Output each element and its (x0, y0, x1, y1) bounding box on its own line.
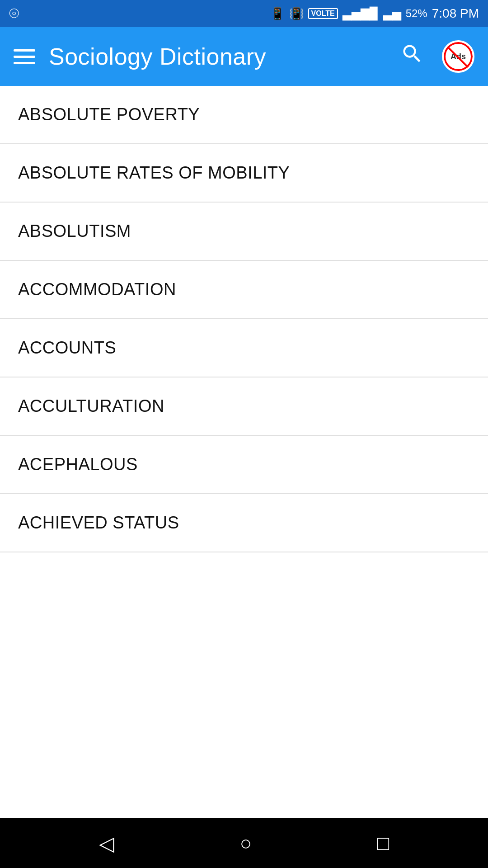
list-item[interactable]: ABSOLUTE RATES OF MOBILITY (0, 144, 488, 203)
phone-icon: 📱 (270, 7, 285, 21)
menu-line-1 (14, 49, 35, 52)
recent-apps-icon: □ (377, 832, 389, 854)
hotspot-icon: ⦾ (9, 6, 19, 21)
recent-apps-button[interactable]: □ (364, 825, 403, 861)
list-item[interactable]: ACCULTURATION (0, 377, 488, 436)
home-icon: ○ (239, 832, 252, 854)
list-item[interactable]: ACEPHALOUS (0, 436, 488, 494)
list-item-label: ACCOUNTS (18, 338, 116, 357)
status-bar: ⦾ 📱 📳 VOLTE ▃▅▇▉ ▃▅ 52% 7:08 PM (0, 0, 488, 27)
vibrate-icon: 📳 (289, 7, 304, 21)
list-item[interactable]: ACHIEVED STATUS (0, 494, 488, 552)
time-display: 7:08 PM (432, 6, 479, 21)
app-bar: Sociology Dictionary Ads (0, 27, 488, 86)
list-item-label: ACCULTURATION (18, 396, 164, 415)
list-item[interactable]: ACCOMMODATION (0, 261, 488, 319)
list-item[interactable]: ABSOLUTE POVERTY (0, 86, 488, 144)
signal-bar-2: ▃▅ (383, 7, 401, 21)
back-button[interactable]: ◁ (85, 825, 128, 862)
navigation-bar: ◁ ○ □ (0, 818, 488, 868)
status-bar-right: 📱 📳 VOLTE ▃▅▇▉ ▃▅ 52% 7:08 PM (270, 6, 479, 21)
menu-line-3 (14, 62, 35, 64)
ads-block-button[interactable]: Ads (442, 40, 474, 73)
dictionary-list: ABSOLUTE POVERTYABSOLUTE RATES OF MOBILI… (0, 86, 488, 818)
status-bar-left: ⦾ (9, 6, 19, 21)
list-item[interactable]: ABSOLUTISM (0, 203, 488, 261)
signal-bar-1: ▃▅▇▉ (343, 7, 379, 21)
menu-line-2 (14, 56, 35, 58)
list-item-label: ABSOLUTISM (18, 222, 131, 241)
volte-badge: VOLTE (308, 8, 338, 19)
ads-block-inner: Ads (444, 42, 473, 71)
app-title: Sociology Dictionary (49, 43, 382, 70)
home-button[interactable]: ○ (226, 825, 265, 861)
list-item-label: ABSOLUTE RATES OF MOBILITY (18, 163, 290, 182)
menu-button[interactable] (14, 49, 35, 64)
list-item-label: ACCOMMODATION (18, 280, 176, 299)
search-button[interactable] (396, 38, 428, 75)
list-item-label: ACHIEVED STATUS (18, 513, 179, 532)
list-item[interactable]: ACCOUNTS (0, 319, 488, 377)
back-icon: ◁ (99, 832, 114, 855)
battery-indicator: 52% (406, 7, 427, 20)
list-item-label: ABSOLUTE POVERTY (18, 105, 200, 124)
list-item-label: ACEPHALOUS (18, 455, 138, 474)
